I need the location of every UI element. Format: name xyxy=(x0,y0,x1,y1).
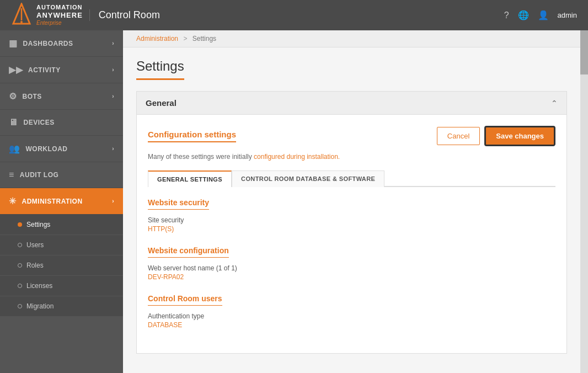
sub-item-label: Licenses xyxy=(26,282,52,290)
chevron-right-icon: › xyxy=(112,67,114,73)
save-changes-button[interactable]: Save changes xyxy=(484,126,555,146)
sidebar-item-label: AUDIT LOG xyxy=(20,171,59,179)
header-right: ? 🌐 👤 admin xyxy=(504,10,577,20)
config-header: Configuration settings Cancel Save chang… xyxy=(148,126,555,146)
general-panel: General ⌃ Configuration settings Cancel … xyxy=(136,91,567,354)
logo-automation: AUTOMATION xyxy=(36,4,83,11)
tabs-bar: GENERAL SETTINGS CONTROL ROOM DATABASE &… xyxy=(148,169,555,187)
bullet-hollow-icon xyxy=(18,304,22,308)
sidebar-item-activity[interactable]: ▶▶ ACTIVITY › xyxy=(0,57,123,83)
logo-text: AUTOMATION ANYWHERE Enterprise xyxy=(36,4,83,26)
page-title: Settings xyxy=(136,58,184,80)
content-area: Administration > Settings Settings Gener… xyxy=(123,30,580,373)
bullet-hollow-icon xyxy=(18,284,22,288)
sub-item-label: Migration xyxy=(26,302,54,310)
scrollbar-track[interactable] xyxy=(580,30,588,373)
sidebar-item-audit-log[interactable]: ≡ AUDIT LOG xyxy=(0,162,123,188)
sidebar-item-workload[interactable]: 👥 WORKLOAD › xyxy=(0,136,123,162)
logo-enterprise: Enterprise xyxy=(36,20,83,26)
sidebar-item-users[interactable]: Users xyxy=(0,235,123,255)
sidebar: ▦ DASHBOARDS › ▶▶ ACTIVITY › ⚙ BOTS › 🖥 … xyxy=(0,30,123,373)
site-security-label: Site security xyxy=(148,216,555,224)
sidebar-item-bots[interactable]: ⚙ BOTS › xyxy=(0,83,123,110)
tab-general-settings[interactable]: GENERAL SETTINGS xyxy=(148,170,232,187)
control-room-users-section: Control Room users Authentication type D… xyxy=(148,294,555,329)
website-security-section: Website security Site security HTTP(S) xyxy=(148,198,555,233)
sub-item-label: Users xyxy=(26,241,44,249)
workload-icon: 👥 xyxy=(9,143,20,154)
web-server-label: Web server host name (1 of 1) xyxy=(148,264,555,272)
sidebar-item-devices[interactable]: 🖥 DEVICES xyxy=(0,110,123,136)
activity-icon: ▶▶ xyxy=(9,65,23,75)
main-layout: ▦ DASHBOARDS › ▶▶ ACTIVITY › ⚙ BOTS › 🖥 … xyxy=(0,30,588,373)
sub-item-label: Settings xyxy=(26,221,50,228)
tab-database-software[interactable]: CONTROL ROOM DATABASE & SOFTWARE xyxy=(232,170,384,187)
panel-header: General ⌃ xyxy=(137,92,566,115)
svg-point-2 xyxy=(20,21,23,23)
help-icon[interactable]: ? xyxy=(504,10,509,20)
sidebar-item-licenses[interactable]: Licenses xyxy=(0,276,123,296)
config-title: Configuration settings xyxy=(148,130,236,142)
globe-icon[interactable]: 🌐 xyxy=(518,10,529,20)
config-desc-highlight: configured during installation. xyxy=(254,153,340,161)
panel-body: Configuration settings Cancel Save chang… xyxy=(137,115,566,353)
breadcrumb: Administration > Settings xyxy=(123,30,580,47)
config-description: Many of these settings were initially co… xyxy=(148,153,555,161)
sidebar-item-label: DEVICES xyxy=(24,119,55,126)
chevron-right-icon: › xyxy=(112,40,114,46)
breadcrumb-parent[interactable]: Administration xyxy=(136,35,178,42)
chevron-right-icon: › xyxy=(112,146,114,152)
chevron-right-icon: › xyxy=(112,93,114,99)
sidebar-item-roles[interactable]: Roles xyxy=(0,255,123,276)
breadcrumb-current: Settings xyxy=(193,35,216,42)
auth-type-value: DATABASE xyxy=(148,321,555,329)
chevron-right-icon: › xyxy=(112,198,114,204)
bots-icon: ⚙ xyxy=(9,91,17,102)
collapse-icon[interactable]: ⌃ xyxy=(551,99,558,108)
logo-area: AUTOMATION ANYWHERE Enterprise xyxy=(11,3,83,28)
bullet-filled-icon xyxy=(18,222,22,227)
sidebar-item-label: WORKLOAD xyxy=(26,145,68,153)
sidebar-item-migration[interactable]: Migration xyxy=(0,296,123,317)
administration-icon: ✳ xyxy=(9,196,17,206)
admin-label: admin xyxy=(558,11,577,19)
administration-submenu: Settings Users Roles Licenses Migration xyxy=(0,215,123,317)
website-configuration-section: Website configuration Web server host na… xyxy=(148,246,555,281)
sidebar-item-administration[interactable]: ✳ ADMINISTRATION › xyxy=(0,188,123,215)
web-server-value: DEV-RPA02 xyxy=(148,273,555,281)
website-config-title: Website configuration xyxy=(148,246,229,258)
control-room-users-title: Control Room users xyxy=(148,294,222,306)
audit-log-icon: ≡ xyxy=(9,170,14,180)
bullet-hollow-icon xyxy=(18,263,22,268)
auth-type-label: Authentication type xyxy=(148,312,555,320)
scrollbar-thumb[interactable] xyxy=(580,30,588,74)
sidebar-item-label: DASHBOARDS xyxy=(23,40,73,47)
sidebar-item-label: ADMINISTRATION xyxy=(22,198,83,205)
devices-icon: 🖥 xyxy=(9,118,18,127)
top-header: AUTOMATION ANYWHERE Enterprise Control R… xyxy=(0,0,588,30)
dashboards-icon: ▦ xyxy=(9,38,18,49)
sub-item-label: Roles xyxy=(26,262,44,269)
sidebar-item-settings[interactable]: Settings xyxy=(0,215,123,235)
header-left: AUTOMATION ANYWHERE Enterprise Control R… xyxy=(11,3,160,28)
user-icon[interactable]: 👤 xyxy=(538,10,549,20)
panel-title: General xyxy=(146,98,177,108)
logo-anywhere: ANYWHERE xyxy=(36,11,83,20)
website-security-title: Website security xyxy=(148,198,209,210)
sidebar-item-dashboards[interactable]: ▦ DASHBOARDS › xyxy=(0,30,123,57)
page-content: Settings General ⌃ Configuration setting… xyxy=(123,47,580,373)
sidebar-item-label: ACTIVITY xyxy=(28,66,61,74)
logo-icon xyxy=(11,3,32,28)
header-title: Control Room xyxy=(89,9,160,21)
config-actions: Cancel Save changes xyxy=(437,126,555,146)
bullet-hollow-icon xyxy=(18,243,22,247)
site-security-value: HTTP(S) xyxy=(148,225,555,233)
cancel-button[interactable]: Cancel xyxy=(437,127,480,145)
sidebar-item-label: BOTS xyxy=(23,93,42,100)
breadcrumb-separator: > xyxy=(183,35,187,42)
